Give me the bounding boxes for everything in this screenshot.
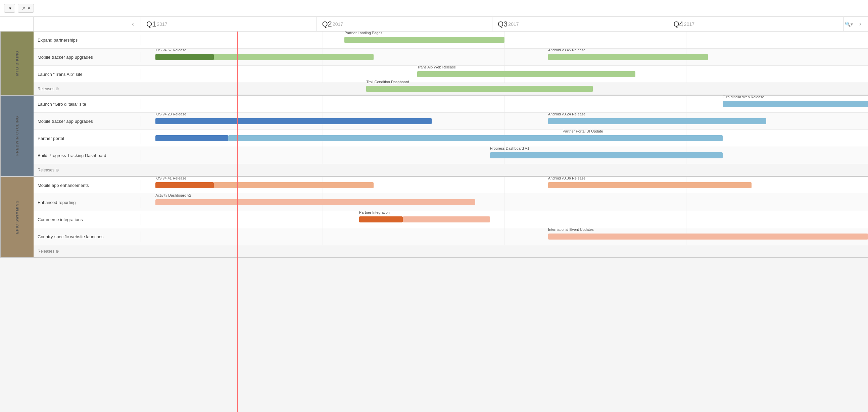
gantt-bar[interactable]: Progress Dashboard V1	[490, 152, 723, 158]
quarter-header-3: Q42017	[668, 17, 844, 31]
feature-row-fredwin-cycling-3: Build Progress Tracking DashboardProgres…	[34, 147, 868, 164]
group-rows-mtb-biking: Expand partnershipsPartner Landing Pages…	[34, 32, 868, 95]
feature-timeline-mtb-biking-1: iOS v4.57 ReleaseAndroid v3.45 Release	[141, 49, 868, 65]
gantt-bar[interactable]	[403, 216, 490, 222]
gantt-bar[interactable]: Android v3.24 Release	[548, 118, 766, 124]
gantt-bar[interactable]	[228, 135, 577, 141]
feature-timeline-epic-swimming-1: Activity Dashboard v2	[141, 194, 868, 211]
bar-label: iOS v4.23 Release	[155, 112, 186, 116]
header-label-spacer	[0, 17, 34, 31]
feature-row-mtb-biking-1: Mobile tracker app upgradesiOS v4.57 Rel…	[34, 49, 868, 66]
gantt-bar[interactable]: iOS v4.41 Release	[155, 182, 214, 188]
feature-row-mtb-biking-0: Expand partnershipsPartner Landing Pages	[34, 32, 868, 49]
zoom-controls: 🔍▾ ›	[844, 17, 868, 31]
gantt-bar[interactable]: Trans Alp Web Release	[417, 71, 636, 77]
group-label-mtb-biking: MTB BIKING	[0, 32, 34, 95]
feature-timeline-fredwin-cycling-3: Progress Dashboard V1	[141, 147, 868, 164]
timeline-grid	[141, 211, 868, 228]
bar-label: International Event Updates	[548, 227, 594, 231]
gantt-bar[interactable]: iOS v4.23 Release	[155, 118, 432, 124]
timeline-grid	[141, 32, 868, 48]
add-release-icon[interactable]: ⊕	[55, 168, 59, 172]
releases-row-epic-swimming[interactable]: Releases ⊕	[34, 245, 868, 257]
quarter-header-1: Q22017	[317, 17, 493, 31]
gantt-bar[interactable]: Partner Landing Pages	[344, 37, 504, 43]
feature-name-fredwin-cycling-0: Launch "Giro d'Italia" site	[34, 99, 141, 109]
feature-row-mtb-biking-2: Launch "Trans Alp" siteTrans Alp Web Rel…	[34, 66, 868, 83]
bar-label: Activity Dashboard v2	[155, 193, 191, 197]
feature-timeline-epic-swimming-2: Partner Integration	[141, 211, 868, 228]
add-release-icon[interactable]: ⊕	[55, 249, 59, 254]
feature-name-mtb-biking-2: Launch "Trans Alp" site	[34, 69, 141, 80]
feature-timeline-epic-swimming-0: iOS v4.41 ReleaseAndroid v3.36 Release	[141, 177, 868, 194]
bar-label: iOS v4.57 Release	[155, 48, 186, 52]
bar-label: iOS v4.41 Release	[155, 176, 186, 180]
gantt-bar[interactable]	[214, 54, 374, 60]
releases-row-fredwin-cycling[interactable]: Releases ⊕	[34, 164, 868, 176]
group-rows-fredwin-cycling: Launch "Giro d'Italia" siteGiro d'Italia…	[34, 96, 868, 176]
releases-label: Releases	[38, 168, 54, 172]
bar-label: Android v3.36 Release	[548, 176, 585, 180]
feature-row-epic-swimming-1: Enhanced reportingActivity Dashboard v2	[34, 194, 868, 211]
bar-label: Partner Integration	[359, 210, 390, 214]
bar-label: Partner Landing Pages	[344, 32, 382, 35]
gantt-bar[interactable]: International Event Updates	[548, 233, 868, 240]
gantt-bar[interactable]: iOS v4.57 Release	[155, 54, 214, 60]
gantt-bar[interactable]: Giro d'Italia Web Release	[723, 101, 868, 107]
bar-label: Android v3.24 Release	[548, 112, 585, 116]
bar-label: Partner Portal UI Update	[563, 129, 603, 133]
bar-label: Trail Condition Dashboard	[366, 80, 409, 84]
feature-name-epic-swimming-1: Enhanced reporting	[34, 197, 141, 208]
feature-timeline-epic-swimming-3: International Event Updates	[141, 228, 868, 245]
gantt-bar[interactable]: Android v3.45 Release	[548, 54, 708, 60]
feature-name-epic-swimming-0: Mobile app enhancements	[34, 180, 141, 191]
header-row: ‹ Q12017Q22017Q32017Q42017 🔍▾ ›	[0, 17, 868, 32]
export-button[interactable]: ↗ ▾	[18, 4, 34, 13]
chevron-down-icon-export: ▾	[28, 6, 30, 11]
group-label-fredwin-cycling: FREDWIN CYCLING	[0, 96, 34, 176]
chevron-down-icon: ▾	[9, 6, 11, 11]
feature-name-mtb-biking-1: Mobile tracker app upgrades	[34, 52, 141, 62]
feature-name-epic-swimming-3: Country-specific website launches	[34, 231, 141, 242]
bar-label: Trans Alp Web Release	[417, 65, 456, 69]
feature-name-epic-swimming-2: Commerce integrations	[34, 214, 141, 225]
export-icon: ↗	[22, 6, 25, 11]
gantt-bar[interactable]: Android v3.36 Release	[548, 182, 751, 188]
gantt-container: ‹ Q12017Q22017Q32017Q42017 🔍▾ › MTB BIKI…	[0, 17, 868, 412]
feature-row-epic-swimming-0: Mobile app enhancementsiOS v4.41 Release…	[34, 177, 868, 194]
feature-name-fredwin-cycling-1: Mobile tracker app upgrades	[34, 116, 141, 126]
feature-row-epic-swimming-2: Commerce integrationsPartner Integration	[34, 211, 868, 228]
feature-timeline-mtb-biking-2: Trans Alp Web Release	[141, 66, 868, 83]
bar-label: Giro d'Italia Web Release	[723, 95, 764, 99]
group-section-mtb-biking: MTB BIKINGExpand partnershipsPartner Lan…	[0, 32, 868, 96]
nav-next-button[interactable]: ›	[855, 21, 865, 28]
group-section-fredwin-cycling: FREDWIN CYCLINGLaunch "Giro d'Italia" si…	[0, 96, 868, 177]
feature-row-fredwin-cycling-1: Mobile tracker app upgradesiOS v4.23 Rel…	[34, 113, 868, 130]
zoom-button[interactable]: 🔍▾	[844, 22, 854, 27]
feature-timeline-fredwin-cycling-2: Partner Portal UI Update	[141, 130, 868, 147]
gantt-bar[interactable]: Partner Integration	[359, 216, 403, 222]
gantt-bar[interactable]: Partner Portal UI Update	[563, 135, 723, 141]
gantt-bar[interactable]	[214, 182, 374, 188]
feature-timeline-fredwin-cycling-1: iOS v4.23 ReleaseAndroid v3.24 Release	[141, 113, 868, 129]
choose-products-button[interactable]: ▾	[4, 4, 15, 13]
bar-label: Android v3.45 Release	[548, 48, 585, 52]
gantt-body[interactable]: MTB BIKINGExpand partnershipsPartner Lan…	[0, 32, 868, 412]
feature-name-mtb-biking-0: Expand partnerships	[34, 35, 141, 45]
add-release-icon[interactable]: ⊕	[55, 87, 59, 91]
feature-row-fredwin-cycling-2: Partner portalPartner Portal UI Update	[34, 130, 868, 147]
group-label-epic-swimming: EPIC SWIMMING	[0, 177, 34, 257]
toolbar: ▾ ↗ ▾	[0, 0, 868, 17]
quarter-header-2: Q32017	[492, 17, 668, 31]
releases-row-mtb-biking[interactable]: Releases ⊕Trail Condition Dashboard	[34, 83, 868, 95]
gantt-bar[interactable]: Activity Dashboard v2	[155, 199, 475, 205]
feature-timeline-mtb-biking-0: Partner Landing Pages	[141, 32, 868, 48]
gantt-bar[interactable]	[155, 135, 228, 141]
gantt-bar[interactable]: Trail Condition Dashboard	[366, 86, 593, 92]
group-section-epic-swimming: EPIC SWIMMINGMobile app enhancementsiOS …	[0, 177, 868, 258]
feature-name-fredwin-cycling-3: Build Progress Tracking Dashboard	[34, 150, 141, 161]
feature-row-epic-swimming-3: Country-specific website launchesInterna…	[34, 228, 868, 245]
releases-label: Releases	[38, 249, 54, 254]
nav-prev-button[interactable]: ‹	[128, 21, 138, 28]
feature-timeline-fredwin-cycling-0: Giro d'Italia Web Release	[141, 96, 868, 113]
